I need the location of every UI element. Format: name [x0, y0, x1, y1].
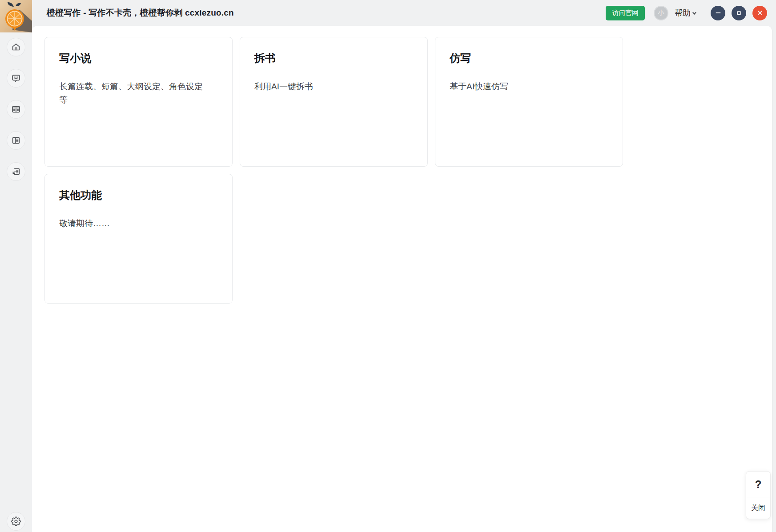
- sidebar-item-reader[interactable]: [7, 131, 25, 150]
- minimize-button[interactable]: [711, 6, 725, 20]
- send-to-panel-icon: [11, 167, 21, 176]
- help-question-button[interactable]: ?: [746, 472, 770, 497]
- card-write-novel[interactable]: 写小说 长篇连载、短篇、大纲设定、角色设定 等: [44, 37, 233, 167]
- floating-help-widget: ? 关闭: [746, 471, 771, 519]
- feature-card-grid: 写小说 长篇连载、短篇、大纲设定、角色设定 等 拆书 利用AI一键拆书 仿写 基…: [32, 26, 772, 304]
- card-split-book[interactable]: 拆书 利用AI一键拆书: [240, 37, 428, 167]
- app-logo: [0, 0, 32, 32]
- card-title: 写小说: [59, 51, 218, 66]
- close-icon: [757, 10, 763, 16]
- sidebar: [0, 32, 32, 532]
- open-book-icon: [11, 104, 21, 114]
- main-content: 写小说 长篇连载、短篇、大纲设定、角色设定 等 拆书 利用AI一键拆书 仿写 基…: [32, 26, 772, 532]
- window-title: 橙橙写作 - 写作不卡壳，橙橙帮你剥 ccxiezuo.cn: [47, 7, 234, 19]
- home-icon: [11, 42, 21, 52]
- orange-logo-icon: [0, 0, 32, 32]
- sidebar-item-feedback[interactable]: [7, 69, 25, 88]
- card-other-features[interactable]: 其他功能 敬请期待……: [44, 174, 233, 304]
- close-button[interactable]: [752, 6, 767, 20]
- sidebar-item-export[interactable]: [7, 162, 25, 181]
- widget-close-button[interactable]: 关闭: [746, 497, 770, 519]
- maximize-icon: [736, 10, 742, 16]
- settings-gear-icon: [11, 516, 21, 526]
- sidebar-item-home[interactable]: [7, 38, 25, 56]
- minimize-icon: [715, 10, 721, 16]
- card-description: 基于AI快速仿写: [450, 80, 608, 93]
- help-menu[interactable]: 帮助: [675, 8, 697, 18]
- app-window: 橙橙写作 - 写作不卡壳，橙橙帮你剥 ccxiezuo.cn 访问官网 小 帮助: [0, 0, 776, 532]
- card-description: 利用AI一键拆书: [254, 80, 413, 93]
- reader-panel-icon: [11, 136, 21, 145]
- chat-feedback-icon: [11, 73, 21, 83]
- card-title: 其他功能: [59, 188, 218, 203]
- user-avatar[interactable]: 小: [654, 6, 668, 20]
- sidebar-item-books[interactable]: [7, 100, 25, 119]
- titlebar: 橙橙写作 - 写作不卡壳，橙橙帮你剥 ccxiezuo.cn 访问官网 小 帮助: [32, 0, 776, 26]
- help-label: 帮助: [675, 8, 691, 18]
- sidebar-nav: [0, 38, 32, 181]
- maximize-button[interactable]: [732, 6, 746, 20]
- card-title: 仿写: [450, 51, 608, 66]
- titlebar-actions: 访问官网 小 帮助: [606, 6, 776, 20]
- window-controls: [711, 6, 767, 20]
- visit-website-button[interactable]: 访问官网: [606, 6, 645, 20]
- card-description: 长篇连载、短篇、大纲设定、角色设定 等: [59, 80, 218, 107]
- chevron-down-icon: [692, 10, 697, 16]
- sidebar-item-settings[interactable]: [7, 512, 25, 531]
- card-title: 拆书: [254, 51, 413, 66]
- card-description: 敬请期待……: [59, 217, 218, 230]
- card-imitate-writing[interactable]: 仿写 基于AI快速仿写: [435, 37, 623, 167]
- sidebar-bottom: [0, 512, 32, 531]
